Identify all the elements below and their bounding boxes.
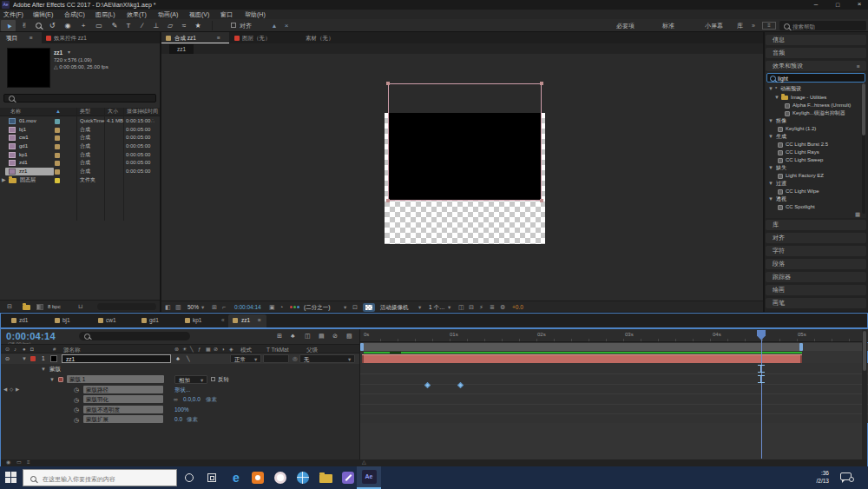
column-name[interactable]: 名称 <box>10 108 21 116</box>
pen-tool[interactable]: ✎ <box>108 19 122 32</box>
bit-depth-label[interactable]: 8 bpc <box>48 303 61 311</box>
camera-dropdown-icon[interactable]: ▾ <box>418 303 421 311</box>
menu-file[interactable]: 文件(F) <box>3 10 23 19</box>
show-snapshot-icon[interactable]: ◔ <box>279 302 283 312</box>
panel-paragraph[interactable]: 段落 <box>766 259 866 269</box>
menu-animation[interactable]: 动画(A) <box>158 10 178 19</box>
resolution-value[interactable]: (二分之一) <box>304 303 330 311</box>
expander-icon[interactable]: ▼ <box>768 164 773 172</box>
table-row-bj1[interactable]: bj1 合成 0:00:05:00 <box>0 126 160 134</box>
feather-link-icon[interactable]: ∞ <box>174 395 178 403</box>
tree-effect-cc-light-rays[interactable]: CC Light Rays <box>766 149 866 156</box>
mask-expander-icon[interactable]: ▼ <box>49 376 55 384</box>
globe-browser-icon[interactable] <box>297 472 309 484</box>
layer-shy-switch[interactable]: ♣ <box>176 355 180 363</box>
in-out-icon[interactable]: ▭ <box>16 459 22 466</box>
tab-project[interactable]: 项目 ≡ <box>0 32 42 43</box>
label-chip[interactable] <box>55 144 60 149</box>
tree-category-perspective[interactable]: ▼ 透视 <box>766 195 866 203</box>
property-name-box[interactable]: 蒙版羽化 <box>83 395 163 403</box>
tab-effect-controls[interactable]: 效果控件 zz1 <box>42 32 146 43</box>
fast-previews-icon[interactable]: ⚡ <box>479 302 483 312</box>
table-row-zd1[interactable]: zd1 合成 0:00:05:00 <box>0 159 160 167</box>
tree-folder-image-utilities[interactable]: ▼ Image - Utilities <box>766 94 866 102</box>
panel-brushes[interactable]: 画笔 <box>766 298 866 308</box>
graph-editor-toggle[interactable]: ▧ <box>346 331 352 340</box>
time-ruler[interactable]: 0s 01s 02s 03s 04s 05s <box>360 329 868 342</box>
layer-expander-icon[interactable]: ▼ <box>22 355 27 363</box>
eraser-tool[interactable]: ▱ <box>163 19 177 32</box>
taskbar-search-input[interactable] <box>41 470 174 487</box>
trkmat-column[interactable]: T TrkMat <box>266 346 289 354</box>
snapshot-icon[interactable]: ▣ <box>269 302 275 312</box>
property-name-box[interactable]: 蒙版扩展 <box>83 415 163 423</box>
masks-expander-icon[interactable]: ▼ <box>41 366 46 373</box>
motion-blur-toggle[interactable]: ▤ <box>319 331 325 340</box>
mask-shape-tool[interactable]: ▭ <box>92 19 106 32</box>
breadcrumb[interactable]: zz1 <box>169 44 194 54</box>
view-layout-value[interactable]: 1 个… <box>429 303 444 311</box>
table-row-cw1[interactable]: cw1 合成 0:00:05:00 <box>0 134 160 142</box>
clock-date[interactable]: /2/13 <box>786 478 829 484</box>
rulers-icon[interactable]: ⌐ <box>222 302 226 312</box>
tree-category-transition[interactable]: ▼ 过渡 <box>766 180 866 188</box>
effects-presets-header[interactable]: 效果和预设 <box>766 61 866 71</box>
layer-label-chip[interactable] <box>30 356 36 361</box>
sort-arrow-icon[interactable]: ▲ <box>56 108 61 116</box>
scrollbar-thumb[interactable] <box>863 331 866 371</box>
timeline-tab-zd1[interactable]: zd1 <box>19 316 28 324</box>
tab-footage[interactable]: 素材（无） <box>306 32 375 43</box>
layer-quality-switch[interactable]: ╲ <box>187 355 190 363</box>
table-row-zz1-selected[interactable]: zz1 合成 0:00:05:00 <box>0 168 160 175</box>
magnification-dropdown-icon[interactable]: ▾ <box>201 303 204 311</box>
brush-tool[interactable]: ∕ <box>135 19 149 32</box>
property-name-box[interactable]: 蒙版路径 <box>83 386 163 393</box>
tab-layer[interactable]: 图层（无） <box>234 32 304 43</box>
region-of-interest-icon[interactable]: ⊡ <box>352 302 358 312</box>
work-area-start-handle[interactable] <box>360 343 364 351</box>
channel-green-dot[interactable] <box>293 306 296 308</box>
edge-browser-icon[interactable]: e <box>229 470 243 486</box>
rotation-tool[interactable]: ↺ <box>45 19 59 32</box>
property-name-box[interactable]: 蒙版不透明度 <box>83 406 163 413</box>
layer-duration-bar[interactable] <box>362 354 802 363</box>
pixel-aspect-icon[interactable]: ⊟ <box>469 302 474 312</box>
mode-column[interactable]: 模式 <box>240 346 252 354</box>
snap-checkbox[interactable] <box>231 23 236 28</box>
tree-preset-keylight-spill[interactable]: Keyligh...级溢出抑制器 <box>766 109 866 117</box>
expander-icon[interactable]: ▼ <box>768 85 773 93</box>
new-folder-icon[interactable] <box>23 305 30 310</box>
main-view-icon[interactable]: ▥ <box>175 302 181 312</box>
timeline-tab-zz1-active[interactable]: zz1 ≡ <box>228 314 266 327</box>
stopwatch-icon[interactable]: ◷ <box>74 415 79 425</box>
clock-time[interactable]: :36 <box>786 470 829 476</box>
source-name-column[interactable]: 源名称 <box>63 346 81 354</box>
menu-view[interactable]: 视图(V) <box>189 10 209 19</box>
layer-row-zz1[interactable]: ⊙ ▼ 1 zz1 ♣ ╲ 正常 ▾ ◎ 无 ▾ <box>1 354 359 364</box>
composition-minimap-toggle[interactable]: ⊞ <box>277 331 282 340</box>
timeline-tab-cw1[interactable]: cw1 <box>106 316 116 324</box>
timeline-jump-icon[interactable]: ≣ <box>490 302 495 312</box>
share-view-icon[interactable]: ◫ <box>458 302 464 312</box>
tree-effect-cc-light-sweep[interactable]: CC Light Sweep <box>766 156 866 164</box>
tree-category-animation-presets[interactable]: ▼ * 动画预设 <box>766 85 866 93</box>
layer-visibility-icon[interactable]: ⊙ <box>5 355 10 363</box>
mask-invert-checkbox[interactable] <box>211 377 215 381</box>
mask-opacity-row[interactable]: ◷ 蒙版不透明度 100% <box>1 405 359 414</box>
menu-window[interactable]: 窗口 <box>220 10 233 19</box>
minimize-button[interactable]: – <box>807 0 825 10</box>
tree-category-generate[interactable]: ▼ 生成 <box>766 133 866 141</box>
current-timecode[interactable]: 0:00:04:14 <box>6 331 56 341</box>
column-size[interactable]: 大小 <box>108 108 118 116</box>
file-explorer-icon[interactable] <box>319 474 332 483</box>
parent-column[interactable]: 父级 <box>306 346 318 354</box>
menu-help[interactable]: 帮助(H) <box>245 10 266 19</box>
viewer-timecode[interactable]: 0:00:04:14 <box>234 303 261 311</box>
menu-layer[interactable]: 图层(L) <box>95 10 115 19</box>
new-animation-preset-icon[interactable]: ▦ <box>855 210 860 218</box>
panel-audio[interactable]: 音频 <box>766 48 866 58</box>
grid-options-icon[interactable]: ⊞ <box>212 302 217 312</box>
keyframe-next-icon[interactable]: ▶ <box>16 387 19 392</box>
timeline-tab-kp1[interactable]: kp1 <box>193 316 201 324</box>
notification-center-icon[interactable] <box>840 472 852 480</box>
